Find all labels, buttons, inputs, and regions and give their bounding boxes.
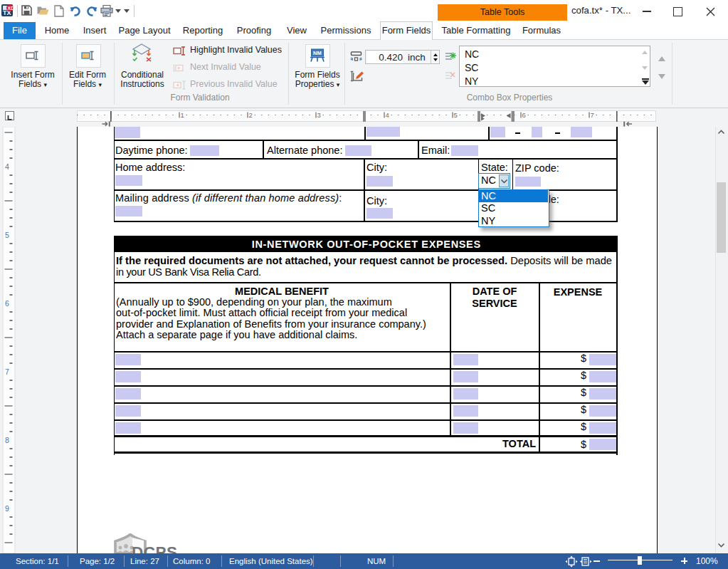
svg-text:3: 3	[317, 111, 321, 119]
svg-text:NM: NM	[313, 50, 322, 56]
svg-text:5: 5	[5, 231, 9, 239]
svg-text:8: 8	[5, 436, 9, 444]
svg-text:2: 2	[249, 111, 253, 119]
svg-text:7: 7	[5, 367, 9, 376]
svg-text:7: 7	[591, 111, 594, 119]
svg-text:DCPS: DCPS	[132, 543, 178, 554]
svg-text:6: 6	[5, 299, 9, 308]
svg-text:1: 1	[181, 111, 184, 119]
svg-text:5: 5	[454, 111, 458, 119]
svg-text:4: 4	[5, 162, 9, 171]
svg-text:6: 6	[522, 111, 526, 119]
svg-text:9: 9	[5, 504, 9, 513]
svg-text:XD: XD	[8, 6, 14, 11]
svg-text:4: 4	[386, 111, 389, 119]
